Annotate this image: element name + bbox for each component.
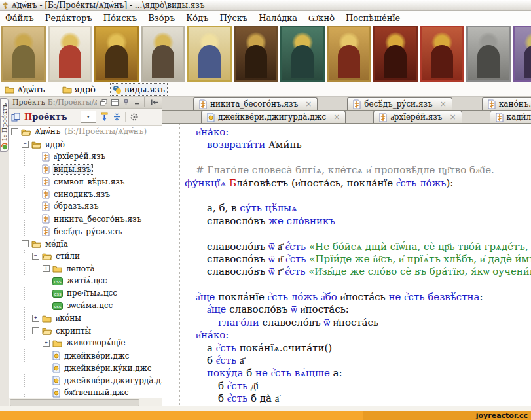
code-token: є҆́сть — [285, 266, 305, 277]
menu-item-3[interactable]: Взо́ръ — [148, 13, 175, 23]
tree-item-label[interactable]: бж҃твенный.джс — [63, 388, 130, 398]
editor-tab-1-1[interactable]: а҆рхїере́й.язъ× — [373, 111, 462, 123]
menu-item-7[interactable]: Ѡ҆кно̀ — [308, 13, 335, 24]
icon-painting — [282, 27, 323, 80]
project-toolbar: Прое́ктъ ▾ — [9, 109, 162, 126]
tree-expander[interactable]: − — [11, 128, 18, 135]
project-tool-tab[interactable]: 1: Прое́ктъ — [0, 98, 9, 152]
code-area[interactable]: и҆на́ко:возврати́ти А҆ми́нь # Глаго́ле с… — [162, 124, 531, 406]
code-line-0: и҆на́ко: — [185, 126, 531, 139]
float-window-button[interactable] — [100, 98, 108, 107]
menu-item-5[interactable]: Пу́скъ — [219, 13, 247, 23]
tree-item-label[interactable]: синодикъ.язъ — [52, 190, 111, 199]
tree-row-14[interactable]: cssзѡси́ма.цсс — [9, 300, 162, 312]
minimize-panel-button[interactable] — [133, 98, 141, 107]
tree-item-label[interactable]: ѻ҆́бразъ.язъ — [52, 201, 100, 211]
code-line-4: фу́нкцїѧ Бла́говѣстъ (и҆поста́сь, покла́… — [185, 177, 531, 190]
tree-item-label[interactable]: никита_бесого́нъ.язъ — [52, 215, 143, 224]
view-combo-dropdown[interactable]: ▾ — [81, 111, 96, 123]
tree-row-1[interactable]: −ядро̀ — [9, 138, 162, 150]
tree-row-9[interactable]: −ме́дїа — [9, 237, 162, 250]
folder-icon — [52, 339, 62, 347]
tree-h-scrollbar[interactable] — [9, 398, 162, 406]
editor-tab-0-0[interactable]: никита_бесого́нъ.язъ× — [193, 97, 318, 110]
tree-row-17[interactable]: +животворѧ́щїе — [9, 337, 162, 349]
tree-row-2[interactable]: а҆рхїере́й.язъ — [9, 150, 162, 163]
tree-row-7[interactable]: никита_бесого́нъ.язъ — [9, 213, 162, 225]
menu-item-6[interactable]: Нала́дка — [259, 13, 297, 23]
tree-row-8[interactable]: бесѣ́дъ_ру́си.язъ — [9, 225, 162, 237]
tree-h-scrollbar-thumb[interactable] — [10, 399, 139, 406]
editor-tab-1-0[interactable]: джейкве́ри.джигурда̀.джс× — [201, 111, 346, 123]
tree-row-0[interactable]: −Ѧ҆дѡ́нъ(Б:/Прое́кты/Ѧ҆дѡ́нъ) — [9, 126, 162, 138]
tree-row-12[interactable]: cssжитїѧ̀.цсс — [9, 275, 162, 287]
shortcut-2[interactable]: виды.язъ — [111, 84, 167, 95]
menu-item-1[interactable]: Реда́кторъ — [45, 13, 92, 23]
tree-row-19[interactable]: джейкве́ри.ку́ки.джс — [9, 362, 162, 374]
tree-expander[interactable]: + — [43, 265, 50, 272]
close-tab-icon[interactable]: × — [333, 113, 340, 122]
menu-item-2[interactable]: По́искъ — [103, 13, 137, 23]
menu-item-0[interactable]: Фа́йлъ — [5, 13, 34, 23]
tree-row-4[interactable]: символ_вѣ́ры.язъ — [9, 175, 162, 188]
gear-icon[interactable] — [130, 113, 139, 122]
tree-row-16[interactable]: −скрипты̀ — [9, 324, 162, 337]
tree-item-label[interactable]: бесѣ́дъ_ру́си.язъ — [52, 227, 123, 236]
tree-row-20[interactable]: джейкве́ри.джигурда̀.джс — [9, 374, 162, 387]
tree-item-label[interactable]: ядро̀ — [44, 140, 66, 149]
tree-item-label[interactable]: животворѧ́щїе — [65, 338, 127, 348]
code-line-3: # Глаго́ле словеса̀ блгі́ѧ, кле́тсѧ и҆ п… — [185, 164, 531, 177]
editor-tab-1-2[interactable]: кади́ло.язъ — [490, 111, 531, 123]
tree-row-6[interactable]: ѻ҆́бразъ.язъ — [9, 200, 162, 213]
menu-item-8[interactable]: Поспѣше́нїе — [346, 13, 400, 23]
collapse-all-icon[interactable] — [113, 112, 121, 122]
editor-tab-0-1[interactable]: бесѣ́дъ_ру́си.язъ× — [347, 97, 452, 110]
tree-expander[interactable]: − — [22, 141, 29, 148]
tree-item-label[interactable]: джейкве́ри.ку́ки.джс — [63, 364, 153, 373]
pin-button[interactable] — [122, 98, 130, 107]
shortcut-1[interactable]: ядро̀ — [60, 84, 98, 95]
menu-item-4[interactable]: Ко́дъ — [186, 13, 208, 23]
folder-icon — [21, 128, 31, 136]
orthodox-cross-icon: ☦ — [3, 1, 8, 10]
tree-expander[interactable]: − — [22, 240, 29, 247]
dock-window-button[interactable] — [111, 98, 119, 107]
tree-row-15[interactable]: +и҆ко́ны — [9, 312, 162, 324]
tree-row-18[interactable]: джейкве́ри.джс — [9, 349, 162, 362]
tree-item-label[interactable]: скрипты̀ — [54, 326, 92, 336]
hide-panel-button[interactable] — [144, 97, 160, 107]
tree-expander[interactable]: + — [43, 340, 50, 347]
tree-row-21[interactable]: бж҃твенный.джс — [9, 387, 162, 398]
close-tab-icon[interactable]: × — [305, 99, 312, 109]
tree-item-label[interactable]: сти́ли — [54, 252, 81, 261]
tree-item-label[interactable]: преч҃тыѧ.цсс — [65, 289, 119, 298]
tree-item-label[interactable]: символ_вѣ́ры.язъ — [52, 177, 126, 186]
close-tab-icon[interactable]: × — [440, 99, 447, 109]
shortcut-0[interactable]: Ѧ҆дѡ́нъ — [3, 84, 47, 96]
tree-item-label[interactable]: и҆ко́ны — [54, 313, 82, 323]
tree-item-label[interactable]: зѡси́ма.цсс — [65, 301, 114, 311]
tree-expander[interactable]: − — [32, 253, 39, 260]
tree-row-5[interactable]: синодикъ.язъ — [9, 188, 162, 200]
tree-expander[interactable]: − — [32, 327, 39, 334]
editor-tab-0-2[interactable]: кано́нъ.язъ — [482, 97, 531, 110]
tree-item-label[interactable]: Ѧ҆дѡ́нъ — [33, 127, 62, 137]
project-icon — [1, 143, 8, 150]
tree-item-label[interactable]: джейкве́ри.джигурда̀.джс — [63, 376, 162, 385]
yaz-file-icon — [42, 164, 50, 174]
tree-item-label[interactable]: ме́дїа — [44, 239, 69, 249]
tree-row-3[interactable]: виды.язъ — [9, 163, 162, 175]
close-tab-icon[interactable]: × — [449, 113, 456, 122]
tree-row-11[interactable]: +лепота̀ — [9, 262, 162, 275]
tree-item-label[interactable]: виды.язъ — [52, 165, 92, 174]
tree-item-label[interactable]: джейкве́ри.джс — [63, 351, 131, 360]
tree-row-13[interactable]: cssпреч҃тыѧ.цсс — [9, 287, 162, 300]
tree-item-label[interactable]: а҆рхїере́й.язъ — [52, 152, 107, 162]
tree-expander[interactable]: + — [32, 315, 39, 322]
tree-indent — [11, 275, 43, 287]
tree-row-10[interactable]: −сти́ли — [9, 250, 162, 262]
folder-icon — [42, 252, 52, 260]
tree-item-label[interactable]: лепота̀ — [65, 264, 96, 273]
expand-all-icon[interactable] — [100, 112, 109, 122]
tree-item-label[interactable]: житїѧ̀.цсс — [65, 276, 109, 286]
